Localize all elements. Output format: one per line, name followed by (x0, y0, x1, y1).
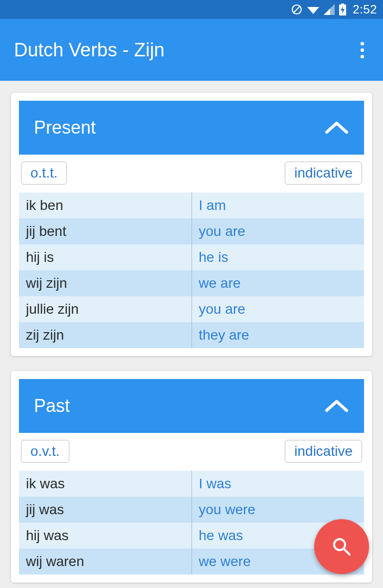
mood-tag[interactable]: indicative (285, 440, 362, 463)
english-cell: they are (192, 322, 364, 348)
app-title: Dutch Verbs - Zijn (14, 39, 165, 61)
table-row: jullie zijnyou are (19, 296, 364, 322)
svg-line-1 (294, 6, 300, 12)
tense-tag[interactable]: o.t.t. (21, 162, 67, 185)
conjugation-table: ik benI am jij bentyou are hij ishe is w… (19, 193, 364, 348)
table-row: ik benI am (19, 193, 364, 218)
card-header-toggle[interactable]: Present (19, 101, 364, 155)
table-row: wij zijnwe are (19, 270, 364, 296)
dutch-cell: hij is (19, 244, 192, 270)
tag-row: o.t.t. indicative (19, 155, 364, 193)
tense-card-present: Present o.t.t. indicative ik benI am jij… (11, 93, 372, 356)
chevron-up-icon (324, 398, 349, 413)
english-cell: we are (192, 270, 364, 296)
app-bar: Dutch Verbs - Zijn (0, 19, 383, 81)
table-row: zij zijnthey are (19, 322, 364, 348)
chevron-up-icon (324, 120, 349, 135)
dutch-cell: wij zijn (19, 270, 192, 296)
table-row: jij bentyou are (19, 218, 364, 244)
english-cell: he is (192, 244, 364, 270)
tag-row: o.v.t. indicative (19, 433, 364, 471)
dutch-cell: wij waren (19, 549, 192, 575)
svg-rect-3 (341, 3, 344, 5)
dutch-cell: ik ben (19, 193, 192, 218)
mood-tag[interactable]: indicative (285, 162, 362, 185)
dutch-cell: jij was (19, 497, 192, 523)
card-header-toggle[interactable]: Past (19, 379, 364, 433)
battery-charging-icon (339, 3, 347, 15)
tense-tag[interactable]: o.v.t. (21, 440, 69, 463)
english-cell: I was (192, 471, 364, 497)
signal-icon (324, 4, 335, 15)
english-cell: you are (192, 218, 364, 244)
dutch-cell: jij bent (19, 218, 192, 244)
dutch-cell: zij zijn (19, 322, 192, 348)
svg-line-5 (344, 549, 350, 555)
english-cell: I am (192, 193, 364, 218)
status-time: 2:52 (353, 2, 377, 16)
dutch-cell: jullie zijn (19, 296, 192, 322)
search-icon (331, 536, 353, 558)
no-sim-icon (291, 3, 303, 15)
table-row: hij washe was (19, 523, 364, 549)
dutch-cell: hij was (19, 523, 192, 549)
table-row: jij wasyou were (19, 497, 364, 523)
search-fab[interactable] (314, 519, 369, 574)
table-row: hij ishe is (19, 244, 364, 270)
wifi-icon (307, 4, 320, 15)
dutch-cell: ik was (19, 471, 192, 497)
table-row: ik wasI was (19, 471, 364, 497)
conjugation-table: ik wasI was jij wasyou were hij washe wa… (19, 471, 364, 575)
english-cell: you are (192, 296, 364, 322)
table-row: wij warenwe were (19, 549, 364, 575)
status-bar: 2:52 (0, 0, 383, 19)
english-cell: you were (192, 497, 364, 523)
card-title: Present (34, 117, 96, 138)
content-area: Present o.t.t. indicative ik benI am jij… (0, 81, 383, 588)
card-title: Past (34, 395, 70, 416)
more-options-button[interactable] (356, 37, 369, 63)
